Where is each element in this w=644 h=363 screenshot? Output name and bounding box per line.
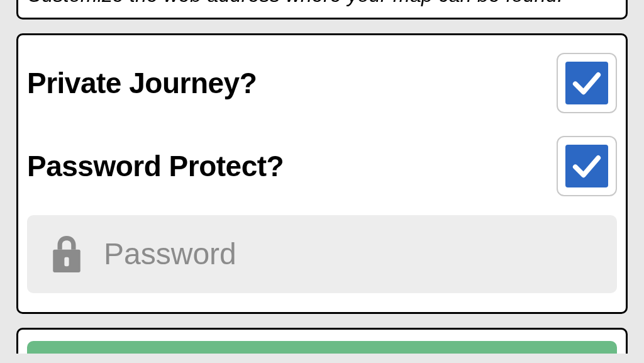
url-helper-text: Customize the web address where your map… xyxy=(18,0,626,10)
checkmark-icon xyxy=(565,145,608,187)
password-protect-checkbox[interactable] xyxy=(557,136,617,196)
password-field[interactable] xyxy=(27,215,617,293)
private-journey-label: Private Journey? xyxy=(27,66,257,100)
submit-button[interactable] xyxy=(27,341,617,354)
private-journey-row: Private Journey? xyxy=(18,42,626,125)
url-customize-card: Customize the web address where your map… xyxy=(16,0,628,20)
privacy-card: Private Journey? Password Protect? xyxy=(16,33,628,314)
action-card xyxy=(16,328,628,354)
lock-icon xyxy=(48,233,85,276)
svg-rect-1 xyxy=(64,257,69,266)
checkmark-icon xyxy=(565,62,608,104)
password-protect-label: Password Protect? xyxy=(27,149,284,183)
password-input[interactable] xyxy=(104,237,596,271)
password-protect-row: Password Protect? xyxy=(18,125,626,208)
private-journey-checkbox[interactable] xyxy=(557,53,617,113)
